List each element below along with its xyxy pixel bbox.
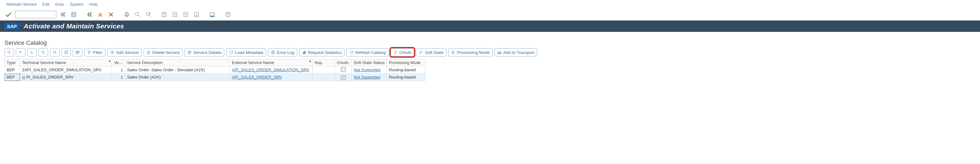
cell-soft-state: Not Supported bbox=[352, 74, 387, 81]
cell-namespace bbox=[313, 74, 335, 81]
first-page-icon[interactable] bbox=[160, 10, 168, 19]
col-external-name[interactable]: External Service Name▲ bbox=[230, 59, 313, 66]
table-row[interactable]: BEPZAPI_SALES_ORDER_SIMULATION_SRV1Sales… bbox=[5, 66, 425, 74]
menu-goto[interactable]: Goto bbox=[56, 2, 64, 6]
cell-description: Sales Order (A2X) bbox=[125, 74, 230, 81]
sort-desc-button[interactable] bbox=[27, 48, 37, 57]
svg-point-54 bbox=[394, 52, 396, 54]
col-oauth[interactable]: OAuth. bbox=[335, 59, 352, 66]
app-toolbar bbox=[0, 8, 980, 20]
svg-line-33 bbox=[56, 53, 56, 54]
svg-line-11 bbox=[149, 16, 151, 17]
svg-line-23 bbox=[10, 53, 11, 54]
svg-line-9 bbox=[138, 16, 140, 17]
cell-tech-name: ZAPI_SALES_ORDER_SIMULATION_SRV bbox=[20, 66, 112, 74]
col-description[interactable]: Service Description bbox=[125, 59, 230, 66]
next-page-icon[interactable] bbox=[181, 10, 190, 19]
svg-rect-15 bbox=[173, 12, 177, 16]
help-icon[interactable] bbox=[224, 10, 232, 19]
print-icon[interactable] bbox=[123, 10, 131, 19]
cell-external-name: API_SALES_ORDER_SRV bbox=[230, 74, 313, 81]
menu-help[interactable]: Help bbox=[89, 2, 98, 6]
details-icon-button[interactable] bbox=[5, 48, 14, 57]
error-log-button[interactable]: Error Log bbox=[268, 48, 298, 57]
prev-page-icon[interactable] bbox=[171, 10, 179, 19]
col-type[interactable]: Type bbox=[5, 59, 20, 66]
svg-rect-51 bbox=[303, 52, 303, 54]
add-to-transport-button[interactable]: Add to Transport bbox=[495, 48, 538, 57]
svg-point-22 bbox=[8, 51, 10, 53]
cell-description: Sales Order -Sales Order - Simulate (A2X… bbox=[125, 66, 230, 74]
svg-point-30 bbox=[42, 51, 44, 53]
find-next-icon[interactable] bbox=[144, 10, 153, 19]
sap-logo: SAP bbox=[5, 23, 19, 30]
processing-mode-button[interactable]: Processing Mode bbox=[448, 48, 493, 57]
enter-icon[interactable] bbox=[5, 10, 13, 19]
svg-line-59 bbox=[422, 51, 423, 52]
delete-service-button[interactable]: Delete Service bbox=[144, 48, 183, 57]
oauth-button[interactable]: OAuth bbox=[391, 48, 414, 57]
oauth-checkbox[interactable] bbox=[341, 67, 345, 72]
load-metadata-button[interactable]: Load Metadata bbox=[226, 48, 266, 57]
new-session-icon[interactable] bbox=[208, 10, 216, 19]
find-button[interactable] bbox=[38, 48, 48, 57]
cell-processing-mode: Routing-based bbox=[387, 66, 425, 74]
cell-version: 1 bbox=[112, 66, 125, 74]
svg-rect-69 bbox=[24, 76, 25, 77]
service-details-button[interactable]: Service Details bbox=[185, 48, 224, 57]
svg-rect-14 bbox=[162, 12, 166, 16]
action-bar: + Filter Add Service Delete Service Serv… bbox=[5, 48, 975, 57]
back-green-icon[interactable] bbox=[86, 10, 94, 19]
layout-button[interactable] bbox=[73, 48, 82, 57]
export-button[interactable] bbox=[61, 48, 71, 57]
col-version[interactable]: Ve… bbox=[112, 59, 125, 66]
table-header: Type Technical Service Name▲ Ve… Service… bbox=[5, 59, 425, 66]
svg-rect-52 bbox=[304, 52, 304, 54]
svg-rect-2 bbox=[72, 15, 75, 17]
find-icon[interactable] bbox=[134, 10, 142, 19]
svg-rect-53 bbox=[305, 51, 305, 54]
add-service-button[interactable]: Add Service bbox=[107, 48, 142, 57]
svg-rect-43 bbox=[148, 52, 150, 54]
filter-button[interactable]: Filter bbox=[84, 48, 105, 57]
col-processing-mode[interactable]: Processing Mode bbox=[387, 59, 425, 66]
cell-processing-mode: Routing-based bbox=[387, 74, 425, 81]
save-icon[interactable] bbox=[70, 10, 78, 19]
menu-maintain-service[interactable]: Maintain Service bbox=[6, 2, 37, 6]
col-tech-name[interactable]: Technical Service Name▲ bbox=[20, 59, 112, 66]
col-namespace[interactable]: Nsp. bbox=[313, 59, 335, 66]
exit-up-icon[interactable] bbox=[96, 10, 104, 19]
cancel-icon[interactable] bbox=[107, 10, 115, 19]
last-page-icon[interactable] bbox=[192, 10, 200, 19]
svg-rect-63 bbox=[498, 52, 500, 53]
request-statistics-button[interactable]: Request Statistics bbox=[299, 48, 345, 57]
soft-state-link[interactable]: Not Supported bbox=[354, 75, 380, 79]
title-bar: SAP Activate and Maintain Services bbox=[0, 20, 980, 32]
command-input[interactable] bbox=[15, 11, 56, 18]
svg-point-8 bbox=[135, 12, 138, 16]
cell-external-name: API_SALES_ORDER_SIMULATION_SRV bbox=[230, 66, 313, 74]
external-name-link[interactable]: API_SALES_ORDER_SIMULATION_SRV bbox=[232, 68, 309, 72]
table-row[interactable]: BEPPI_SALES_ORDER_SRV1Sales Order (A2X)A… bbox=[5, 74, 425, 81]
soft-state-link[interactable]: Not Supported bbox=[354, 68, 380, 72]
svg-rect-5 bbox=[125, 14, 129, 16]
soft-state-button[interactable]: Soft State bbox=[416, 48, 446, 57]
cell-tech-name: PI_SALES_ORDER_SRV bbox=[20, 74, 112, 81]
back-double-icon[interactable] bbox=[59, 10, 67, 19]
cell-namespace bbox=[313, 66, 335, 74]
svg-rect-71 bbox=[24, 78, 25, 79]
menu-system[interactable]: System bbox=[70, 2, 84, 6]
svg-point-66 bbox=[500, 53, 501, 54]
refresh-catalog-button[interactable]: Refresh Catalog bbox=[346, 48, 388, 57]
svg-rect-1 bbox=[73, 12, 75, 14]
svg-point-32 bbox=[53, 51, 56, 53]
sort-asc-button[interactable] bbox=[16, 48, 25, 57]
external-name-link[interactable]: API_SALES_ORDER_SRV bbox=[232, 75, 282, 79]
find-next-button[interactable]: + bbox=[50, 48, 59, 57]
svg-marker-39 bbox=[88, 51, 91, 54]
page-title: Activate and Maintain Services bbox=[24, 22, 124, 30]
col-soft-state[interactable]: Soft State Status bbox=[352, 59, 387, 66]
menu-edit[interactable]: Edit bbox=[42, 2, 49, 6]
oauth-checkbox[interactable] bbox=[341, 76, 345, 80]
svg-point-57 bbox=[420, 52, 422, 54]
